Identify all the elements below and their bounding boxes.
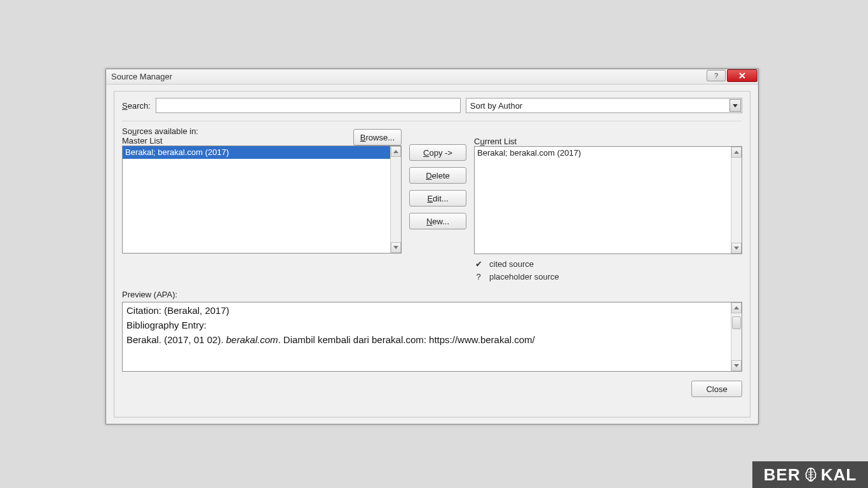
search-label: Search: <box>122 101 151 111</box>
list-item[interactable]: Berakal; berakal.com (2017) <box>123 146 390 159</box>
transfer-buttons: Copy -> Delete Edit... New... <box>409 126 466 283</box>
question-icon: ? <box>474 271 483 283</box>
scroll-up-icon[interactable] <box>391 146 401 157</box>
current-list-label: Current List <box>474 137 742 146</box>
preview-box: Citation: (Berakal, 2017) Bibliography E… <box>122 302 742 372</box>
preview-content: Citation: (Berakal, 2017) Bibliography E… <box>126 305 725 345</box>
close-button[interactable]: Close <box>691 381 742 397</box>
search-input[interactable] <box>156 98 461 113</box>
scroll-up-icon[interactable] <box>731 147 742 158</box>
titlebar[interactable]: Source Manager ? <box>106 69 758 85</box>
window-close-button[interactable] <box>727 69 757 82</box>
check-icon: ✔ <box>474 258 483 271</box>
master-listbox[interactable]: Berakal; berakal.com (2017) <box>122 146 402 254</box>
scroll-down-icon[interactable] <box>731 360 742 371</box>
preview-citation: Citation: (Berakal, 2017) <box>126 305 725 316</box>
legend-cited-text: cited source <box>489 258 534 271</box>
titlebar-buttons: ? <box>707 69 758 83</box>
scrollbar[interactable] <box>390 146 401 253</box>
preview-biblio-label: Bibliography Entry: <box>126 320 725 330</box>
sort-selected-text: Sort by Author <box>470 101 522 111</box>
watermark-logo: BER KAL <box>752 461 868 488</box>
help-button[interactable]: ? <box>707 70 726 81</box>
dialog-body: Search: Sort by Author Sources available… <box>106 85 758 424</box>
chevron-down-icon[interactable] <box>729 99 741 112</box>
list-item[interactable]: Berakal; berakal.com (2017) <box>475 147 731 159</box>
close-icon <box>739 72 745 79</box>
scrollbar[interactable] <box>731 302 742 371</box>
lists-row: Sources available in: Master List Browse… <box>122 126 742 283</box>
brain-icon <box>803 467 818 482</box>
master-list-column: Sources available in: Master List Browse… <box>122 126 402 283</box>
sources-available-block: Sources available in: Master List <box>122 126 198 146</box>
scroll-down-icon[interactable] <box>391 242 401 253</box>
delete-button[interactable]: Delete <box>409 167 466 184</box>
copy-button[interactable]: Copy -> <box>409 144 466 161</box>
scroll-up-icon[interactable] <box>731 302 742 313</box>
scroll-thumb[interactable] <box>732 316 741 329</box>
preview-label: Preview (APA): <box>122 290 742 299</box>
source-manager-dialog: Source Manager ? Search: Sort by Author <box>105 69 759 424</box>
dialog-frame: Search: Sort by Author Sources available… <box>114 91 750 417</box>
legend-placeholder-text: placeholder source <box>489 271 559 283</box>
scrollbar[interactable] <box>731 147 742 254</box>
separator <box>122 121 742 121</box>
dialog-title: Source Manager <box>111 72 172 81</box>
search-row: Search: Sort by Author <box>122 98 742 113</box>
master-list-label: Master List <box>122 136 198 146</box>
scroll-down-icon[interactable] <box>731 243 742 254</box>
current-listbox[interactable]: Berakal; berakal.com (2017) <box>474 146 742 254</box>
browse-button[interactable]: Browse... <box>353 129 402 146</box>
sort-dropdown[interactable]: Sort by Author <box>466 98 742 113</box>
edit-button[interactable]: Edit... <box>409 190 466 207</box>
legend: ✔cited source ?placeholder source <box>474 258 742 283</box>
master-header-row: Sources available in: Master List Browse… <box>122 126 402 146</box>
new-button[interactable]: New... <box>409 213 466 229</box>
current-list-column: Current List Berakal; berakal.com (2017)… <box>474 126 742 283</box>
preview-biblio-entry: Berakal. (2017, 01 02). berakal.com. Dia… <box>126 334 725 345</box>
sources-available-label: Sources available in: <box>122 126 198 136</box>
footer-row: Close <box>122 381 742 397</box>
